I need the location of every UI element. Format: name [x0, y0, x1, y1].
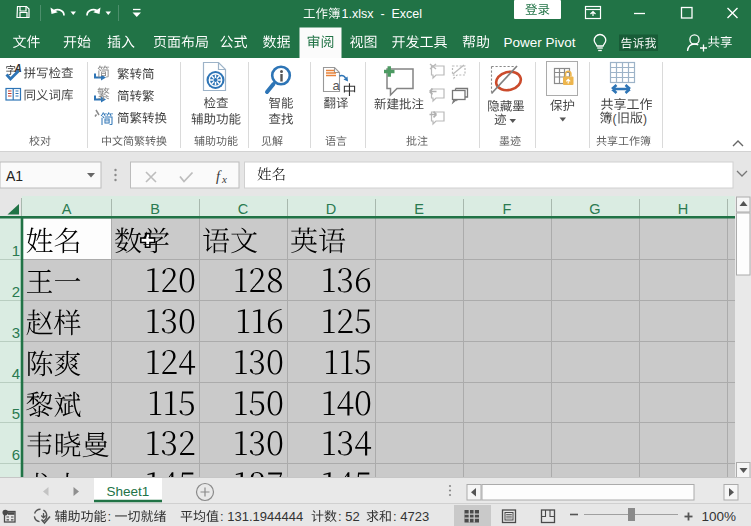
svg-text:Sheet1: Sheet1: [107, 484, 150, 499]
svg-text:: 4723: : 4723: [393, 509, 429, 524]
svg-text:C: C: [238, 201, 248, 217]
svg-text:: 52: : 52: [338, 509, 360, 524]
svg-text:x: x: [221, 173, 227, 185]
svg-text:G: G: [589, 201, 600, 217]
svg-text:6: 6: [12, 446, 20, 463]
svg-text:3: 3: [12, 324, 20, 341]
svg-text:2: 2: [12, 283, 20, 300]
svg-text:100%: 100%: [701, 509, 736, 524]
svg-text:D: D: [326, 201, 336, 217]
svg-text:A: A: [62, 201, 72, 217]
svg-text:4: 4: [12, 365, 20, 382]
svg-text:E: E: [414, 201, 424, 217]
svg-text:1.xlsx - Excel: 1.xlsx - Excel: [342, 7, 423, 21]
svg-text:5: 5: [12, 405, 20, 422]
svg-text:a: a: [332, 78, 340, 93]
svg-text:): ): [643, 112, 647, 126]
svg-text::: :: [108, 509, 115, 524]
svg-text:A1: A1: [6, 168, 23, 184]
svg-text:: 131.1944444: : 131.1944444: [220, 509, 303, 524]
svg-text:(: (: [613, 112, 617, 126]
svg-text:B: B: [150, 201, 160, 217]
svg-text:1: 1: [12, 242, 20, 259]
svg-text:H: H: [678, 201, 688, 217]
svg-text:Power Pivot: Power Pivot: [503, 35, 575, 50]
svg-text:F: F: [503, 201, 512, 217]
